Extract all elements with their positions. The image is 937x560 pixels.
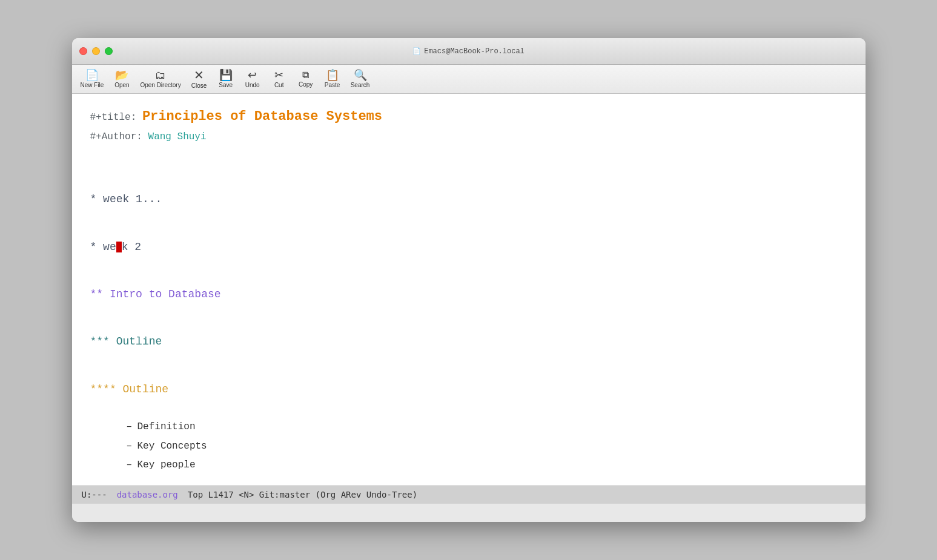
paste-label: Paste: [325, 82, 340, 88]
heading-week2: * wek 2: [90, 239, 835, 256]
heading-outline-4: **** Outline: [90, 381, 835, 398]
close-file-icon: ✕: [194, 69, 204, 81]
copy-button[interactable]: ⧉ Copy: [294, 68, 318, 90]
search-button[interactable]: 🔍 Search: [347, 68, 374, 90]
cut-button[interactable]: ✂ Cut: [267, 68, 291, 90]
emacs-window: 📄 Emacs@MacBook-Pro.local 📄 New File 📂 O…: [72, 38, 866, 522]
undo-button[interactable]: ↩ Undo: [240, 68, 265, 90]
meta-author-line: #+Author: Wang Shuyi: [90, 130, 835, 145]
open-icon: 📂: [115, 70, 128, 81]
close-label: Close: [191, 82, 207, 89]
list-item-key-concepts: – Key Concepts: [127, 439, 835, 455]
save-label: Save: [219, 82, 233, 88]
cut-icon: ✂: [274, 70, 283, 81]
cut-label: Cut: [274, 82, 284, 88]
copy-icon: ⧉: [302, 70, 309, 80]
titlebar: 📄 Emacs@MacBook-Pro.local: [72, 38, 866, 65]
bullet-3: –: [127, 458, 133, 473]
new-file-button[interactable]: 📄 New File: [77, 68, 108, 90]
heading-stars-3: **: [90, 288, 110, 300]
new-file-icon: 📄: [85, 70, 99, 81]
heading-text-2-post: k 2: [122, 241, 141, 253]
open-directory-icon: 🗂: [155, 70, 166, 81]
paste-icon: 📋: [326, 70, 339, 81]
title-text: Emacs@MacBook-Pro.local: [424, 47, 525, 56]
save-icon: 💾: [219, 70, 233, 81]
toolbar: 📄 New File 📂 Open 🗂 Open Directory ✕ Clo…: [72, 65, 866, 94]
new-file-label: New File: [81, 82, 104, 88]
open-directory-label: Open Directory: [140, 82, 180, 88]
heading-text-5: Outline: [123, 383, 169, 395]
minimize-button[interactable]: [92, 47, 100, 55]
open-label: Open: [114, 82, 129, 88]
search-icon: 🔍: [354, 70, 367, 81]
paste-button[interactable]: 📋 Paste: [320, 68, 345, 90]
traffic-lights: [79, 47, 113, 55]
meta-title-line: #+title: Principles of Database Systems: [90, 106, 835, 127]
list-item-definition: – Definition: [127, 420, 835, 435]
editor-area[interactable]: #+title: Principles of Database Systems …: [72, 94, 866, 486]
heading-text-2-pre: we: [103, 241, 116, 253]
heading-intro: ** Intro to Database: [90, 286, 835, 303]
open-directory-button[interactable]: 🗂 Open Directory: [136, 68, 184, 90]
heading-text-3: Intro to Database: [110, 288, 221, 300]
save-button[interactable]: 💾 Save: [214, 68, 238, 90]
text-cursor: [116, 242, 122, 252]
meta-title-value: Principles of Database Systems: [142, 109, 382, 124]
search-label: Search: [351, 82, 370, 88]
bullet-2: –: [127, 439, 133, 455]
status-filename: database.org: [117, 490, 178, 499]
heading-week1: * week 1...: [90, 191, 835, 208]
heading-text-4: Outline: [116, 335, 162, 348]
copy-label: Copy: [299, 81, 313, 88]
bullet-1: –: [127, 420, 133, 435]
file-icon: 📄: [412, 47, 421, 55]
list-item-key-people: – Key people: [127, 458, 835, 473]
maximize-button[interactable]: [105, 47, 113, 55]
undo-label: Undo: [245, 82, 260, 88]
heading-text-1: week 1...: [103, 193, 162, 205]
list-text-1: Definition: [137, 420, 196, 435]
close-button[interactable]: [79, 47, 87, 55]
meta-title-keyword: #+title:: [90, 112, 137, 123]
heading-stars-2: *: [90, 241, 104, 253]
meta-author-value: Wang Shuyi: [148, 131, 207, 142]
heading-stars-4: ***: [90, 335, 116, 348]
heading-stars-1: *: [90, 193, 104, 205]
status-mode: U:---: [82, 490, 107, 499]
statusbar: U:--- database.org Top L1417 <N> Git:mas…: [72, 486, 866, 504]
meta-author-keyword: #+Author:: [90, 131, 142, 142]
list-text-3: Key people: [137, 458, 196, 473]
status-info: Top L1417 <N> Git:master (Org ARev Undo-…: [188, 490, 417, 499]
close-file-button[interactable]: ✕ Close: [187, 67, 211, 91]
editor-content: #+title: Principles of Database Systems …: [90, 106, 847, 473]
undo-icon: ↩: [248, 70, 257, 81]
list-text-2: Key Concepts: [137, 439, 207, 455]
heading-outline-3: *** Outline: [90, 333, 835, 351]
window-title: 📄 Emacs@MacBook-Pro.local: [412, 47, 525, 56]
open-button[interactable]: 📂 Open: [110, 68, 134, 90]
footer-area: [72, 504, 866, 522]
heading-stars-5: ****: [90, 383, 123, 395]
